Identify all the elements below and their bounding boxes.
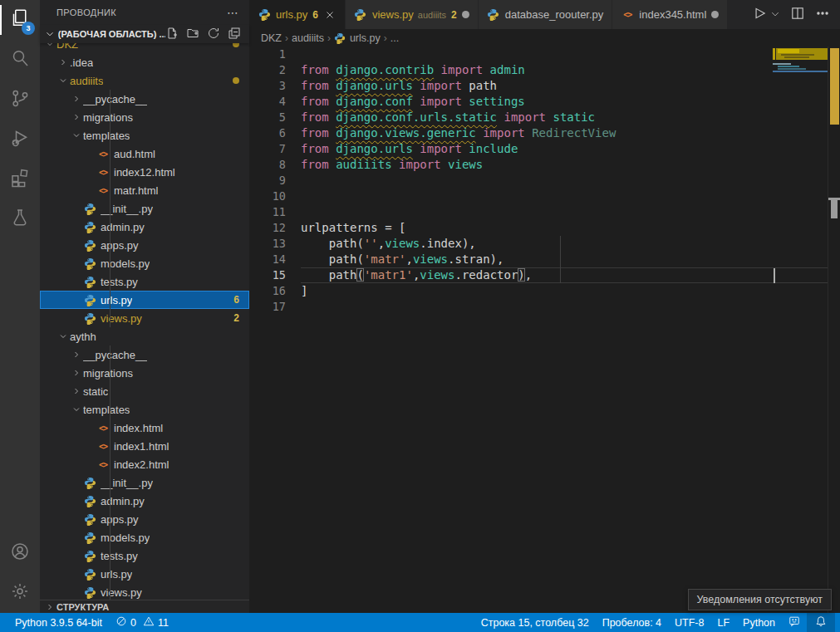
- tree-item-views.py[interactable]: views.py: [40, 583, 249, 600]
- activity-bar-account[interactable]: [0, 533, 40, 573]
- code-line-7[interactable]: 7from django.urls import include: [249, 141, 840, 157]
- tree-indent: [83, 147, 96, 160]
- status-eol[interactable]: LF: [710, 613, 736, 632]
- code-line-12[interactable]: 12urlpatterns = [: [249, 220, 840, 236]
- activity-bar-run-debug[interactable]: [0, 120, 40, 159]
- overview-ruler-scrollbar[interactable]: [828, 47, 840, 613]
- run-dropdown-button[interactable]: [777, 7, 780, 22]
- code-line-6[interactable]: 6from django.views.generic import Redire…: [249, 125, 840, 141]
- tree-item-admin.py[interactable]: admin.py: [40, 492, 249, 510]
- outline-section-header[interactable]: СТРУКТУРА: [40, 600, 249, 613]
- tree-item-models.py[interactable]: models.py: [40, 528, 249, 546]
- status-notifications-bell[interactable]: [807, 613, 835, 632]
- code-line-2[interactable]: 2from django.contrib import admin: [249, 62, 840, 78]
- tree-item-views.py[interactable]: views.py2: [40, 309, 249, 327]
- status-problems[interactable]: 011: [109, 613, 179, 632]
- tree-item-admin.py[interactable]: admin.py: [40, 218, 249, 236]
- tree-item-urls.py[interactable]: urls.py6: [40, 291, 249, 309]
- tree-item-matr.html[interactable]: <>matr.html: [40, 181, 249, 199]
- more-actions-button[interactable]: [815, 6, 830, 24]
- line-number: 16: [249, 283, 301, 299]
- tab-urls.py[interactable]: urls.py6: [249, 0, 346, 29]
- code-line-10[interactable]: 10: [249, 189, 840, 204]
- code-line-11[interactable]: 11: [249, 204, 840, 220]
- status-indentation[interactable]: Пробелов: 4: [596, 613, 668, 632]
- activity-bar-explorer[interactable]: 3: [0, 0, 40, 40]
- code-line-15[interactable]: 15 path('matr1',views.redactor),: [249, 267, 840, 283]
- code-line-14[interactable]: 14 path('matr',views.stran),: [249, 252, 840, 267]
- status-python-interpreter[interactable]: Python 3.9.5 64-bit: [8, 613, 109, 632]
- refresh-icon[interactable]: [207, 27, 220, 42]
- tree-item-templates[interactable]: templates: [40, 126, 249, 145]
- breadcrumb-item-urls.py[interactable]: urls.py: [350, 32, 381, 44]
- new-folder-icon[interactable]: [186, 27, 199, 42]
- tab-index345.html[interactable]: <>index345.html: [612, 0, 728, 29]
- tree-item-tests.py[interactable]: tests.py: [40, 272, 249, 291]
- sidebar-more-actions[interactable]: ⋯: [227, 6, 239, 19]
- split-editor-button[interactable]: [790, 6, 805, 24]
- tree-item-index1.html[interactable]: <>index1.html: [40, 437, 249, 455]
- tree-item-tests.py[interactable]: tests.py: [40, 546, 249, 565]
- collapse-all-icon[interactable]: [228, 27, 241, 42]
- tree-item-.idea[interactable]: .idea: [40, 53, 249, 71]
- breadcrumb-item-audiiits[interactable]: audiiits: [292, 32, 324, 44]
- scrollbar-thumb[interactable]: [831, 200, 838, 218]
- tree-item-aud.html[interactable]: <>aud.html: [40, 145, 249, 163]
- minimap[interactable]: [773, 47, 828, 613]
- tree-item-__pycache__[interactable]: __pycache__: [40, 345, 249, 364]
- code-line-9[interactable]: 9: [249, 173, 840, 189]
- code-line-17[interactable]: 17: [249, 299, 840, 315]
- warning-icon: [143, 615, 155, 630]
- activity-bar-testing[interactable]: [0, 199, 40, 239]
- activity-bar-settings[interactable]: [0, 573, 40, 613]
- status-encoding[interactable]: UTF-8: [668, 613, 710, 632]
- breadcrumb-item-DKZ[interactable]: DKZ: [261, 32, 282, 44]
- code-line-4[interactable]: 4from django.conf import settings: [249, 94, 840, 110]
- tree-item-__init__.py[interactable]: __init__.py: [40, 473, 249, 492]
- chevron-right-icon: [70, 110, 83, 124]
- activity-bar-source-control[interactable]: [0, 80, 40, 120]
- code-line-1[interactable]: 1: [249, 47, 840, 62]
- code-line-5[interactable]: 5from django.conf.urls.static import sta…: [249, 110, 840, 125]
- tree-item-label: views.py: [101, 312, 142, 325]
- tree-item-audiiits[interactable]: audiiits: [40, 71, 249, 90]
- code-line-3[interactable]: 3from django.urls import path: [249, 78, 840, 94]
- tree-item-apps.py[interactable]: apps.py: [40, 236, 249, 254]
- activity-bar-search[interactable]: [0, 40, 40, 80]
- tree-item-index.html[interactable]: <>index.html: [40, 419, 249, 437]
- python-file-icon: [83, 512, 96, 526]
- tree-item-aythh[interactable]: aythh: [40, 327, 249, 345]
- tab-views.py[interactable]: views.pyaudiiits2: [346, 0, 479, 29]
- tree-item-migrations[interactable]: migrations: [40, 108, 249, 126]
- workspace-section-label: (РАБОЧАЯ ОБЛАСТЬ) ...: [58, 29, 165, 39]
- tree-item-label: index1.html: [114, 440, 169, 453]
- tree-item-__init__.py[interactable]: __init__.py: [40, 199, 249, 218]
- code-editor[interactable]: 12from django.contrib import admin3from …: [249, 47, 840, 613]
- code-line-16[interactable]: 16]: [249, 283, 840, 299]
- tree-item-DKZ[interactable]: DKZ: [40, 43, 249, 53]
- code-line-13[interactable]: 13 path('',views.index),: [249, 236, 840, 252]
- line-number: 6: [249, 125, 301, 141]
- tree-item-__pycache__[interactable]: __pycache__: [40, 90, 249, 108]
- tree-item-urls.py[interactable]: urls.py: [40, 565, 249, 583]
- search-icon: [10, 48, 30, 71]
- new-file-icon[interactable]: [165, 27, 179, 42]
- tree-item-apps.py[interactable]: apps.py: [40, 510, 249, 528]
- tree-item-models.py[interactable]: models.py: [40, 254, 249, 272]
- close-icon[interactable]: [323, 8, 336, 22]
- tree-item-index12.html[interactable]: <>index12.html: [40, 163, 249, 181]
- status-language-mode[interactable]: Python: [736, 613, 782, 632]
- code-line-8[interactable]: 8from audiiits import views: [249, 157, 840, 173]
- activity-bar-extensions[interactable]: [0, 159, 40, 199]
- tree-item-templates[interactable]: templates: [40, 400, 249, 419]
- breadcrumb-item-...[interactable]: ...: [391, 32, 399, 44]
- minimap-current-line: [773, 71, 828, 72]
- workspace-section-header[interactable]: (РАБОЧАЯ ОБЛАСТЬ) ...: [40, 25, 249, 43]
- tree-item-migrations[interactable]: migrations: [40, 364, 249, 382]
- tree-item-index2.html[interactable]: <>index2.html: [40, 455, 249, 473]
- run-button[interactable]: [752, 6, 767, 24]
- status-feedback[interactable]: [782, 613, 807, 632]
- status-cursor-position[interactable]: Строка 15, столбец 32: [474, 613, 596, 632]
- tree-item-static[interactable]: static: [40, 382, 249, 400]
- tab-database_roouter.py[interactable]: database_roouter.py: [479, 0, 613, 29]
